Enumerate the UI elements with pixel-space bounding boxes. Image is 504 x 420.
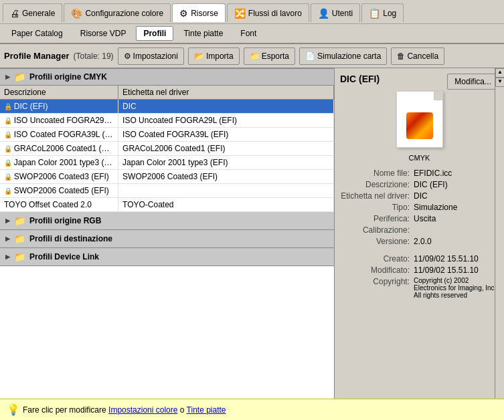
- tab-risorse[interactable]: ⚙ Risorse: [172, 3, 226, 22]
- tab-flussi[interactable]: 🔀 Flussi di lavoro: [227, 3, 309, 22]
- table-row[interactable]: 🔒 DIC (EFI)DIC: [0, 100, 334, 114]
- esporta-button[interactable]: 📁 Esporta: [244, 47, 295, 65]
- dl-arrow-icon: ▶: [5, 253, 10, 260]
- cancella-button[interactable]: 🗑 Cancella: [391, 47, 444, 65]
- page-title: Profile Manager: [4, 51, 70, 61]
- detail-label: Calibrazione:: [340, 225, 414, 235]
- detail-row: Copyright:Copyright (c) 2002 Electronics…: [340, 277, 499, 299]
- subnav-risorse-vdp[interactable]: Risorse VDP: [73, 26, 134, 41]
- section-destinazione-header[interactable]: ▶ 📁 Profili di destinazione: [0, 230, 334, 248]
- detail-label: Copyright:: [340, 277, 414, 286]
- profile-count: (Totale: 19): [74, 51, 114, 61]
- detail-value: DIC (EFI): [414, 180, 448, 189]
- cancella-icon: 🗑: [397, 51, 405, 61]
- configurazione-icon: 🎨: [71, 8, 82, 19]
- section-dl-label: Profili Device Link: [29, 252, 99, 261]
- detail-row: Nome file:EFIDIC.icc: [340, 169, 499, 178]
- tab-risorse-label: Risorse: [191, 9, 218, 18]
- profile-page: [396, 91, 443, 148]
- section-cmyk-header[interactable]: ▶ 📁 Profili origine CMYK: [0, 68, 334, 86]
- simulazione-button[interactable]: 📄 Simulazione carta: [299, 47, 387, 65]
- section-devicelink-header[interactable]: ▶ 📁 Profili Device Link: [0, 248, 334, 266]
- tab-generale-label: Generale: [22, 9, 55, 18]
- profile-type-label: CMYK: [409, 154, 430, 162]
- row-desc: 🔒 GRACoL2006 Coated1 (EFI): [0, 142, 118, 156]
- section-rgb-label: Profili origine RGB: [29, 216, 101, 225]
- detail-row: Etichetta nel driver:DIC: [340, 191, 499, 201]
- table-row[interactable]: 🔒 SWOP2006 Coated5 (EFI): [0, 184, 334, 198]
- row-driver: TOYO-Coated: [118, 198, 334, 212]
- subnav-font[interactable]: Font: [233, 26, 264, 41]
- tab-utenti[interactable]: 👤 Utenti: [311, 3, 360, 22]
- table-row[interactable]: 🔒 GRACoL2006 Coated1 (EFI)GRACoL2006 Coa…: [0, 142, 334, 156]
- section-dest-label: Profili di destinazione: [29, 234, 112, 243]
- table-row[interactable]: 🔒 ISO Uncoated FOGRA29L (…ISO Uncoated F…: [0, 114, 334, 128]
- tab-generale[interactable]: 🖨 Generale: [3, 3, 62, 22]
- col-descrizione-header: Descrizione: [0, 86, 118, 100]
- lock-icon: 🔒: [4, 145, 14, 152]
- detail-row: Creato:11/09/02 15.51.10: [340, 254, 499, 264]
- importa-icon: 📂: [194, 51, 204, 61]
- detail-value: Simulazione: [414, 203, 457, 212]
- tinte-piatte-link[interactable]: Tinte piatte: [187, 405, 226, 415]
- lock-icon: 🔒: [4, 159, 14, 167]
- generale-icon: 🖨: [10, 8, 19, 19]
- table-row[interactable]: 🔒 SWOP2006 Coated3 (EFI)SWOP2006 Coated3…: [0, 170, 334, 184]
- row-driver: [118, 184, 334, 198]
- detail-value: Copyright (c) 2002 Electronics for Imagi…: [414, 277, 499, 299]
- profile-gradient: [406, 112, 433, 139]
- detail-row: Modificato:11/09/02 15.51.10: [340, 266, 499, 275]
- detail-label: Periferica:: [340, 214, 414, 223]
- lock-icon: 🔒: [4, 173, 14, 181]
- table-row[interactable]: TOYO Offset Coated 2.0TOYO-Coated: [0, 198, 334, 212]
- cmyk-arrow-icon: ▶: [5, 74, 10, 80]
- lock-icon: 🔒: [4, 117, 14, 124]
- detail-row: Tipo:Simulazione: [340, 203, 499, 212]
- row-desc: 🔒 Japan Color 2001 type3 (EFI): [0, 156, 118, 170]
- impostazioni-icon: ⚙: [124, 51, 131, 61]
- detail-value: Uscita: [414, 214, 436, 223]
- lock-icon: 🔒: [4, 103, 14, 110]
- detail-row: Descrizione:DIC (EFI): [340, 180, 499, 189]
- log-icon: 📋: [369, 8, 380, 19]
- bottom-bar: 💡 Fare clic per modificare Impostazioni …: [0, 399, 504, 420]
- scroll-up-button[interactable]: ▲: [495, 68, 504, 78]
- cmyk-profile-table: Descrizione Etichetta nel driver 🔒 DIC (…: [0, 86, 334, 212]
- bulb-icon: 💡: [7, 403, 20, 416]
- modify-button[interactable]: Modifica...: [447, 74, 499, 90]
- col-driver-header: Etichetta nel driver: [118, 86, 334, 100]
- detail-label: Creato:: [340, 254, 414, 264]
- row-driver: GRACoL2006 Coated1 (EFI): [118, 142, 334, 156]
- tab-configurazione[interactable]: 🎨 Configurazione colore: [64, 3, 171, 22]
- row-desc: TOYO Offset Coated 2.0: [0, 198, 118, 212]
- importa-button[interactable]: 📂 Importa: [188, 47, 240, 65]
- row-desc: 🔒 DIC (EFI): [0, 100, 118, 114]
- impostazioni-colore-link[interactable]: Impostazioni colore: [108, 405, 177, 415]
- table-row[interactable]: 🔒 ISO Coated FOGRA39L (EFI)ISO Coated FO…: [0, 128, 334, 142]
- detail-rows: Nome file:EFIDIC.iccDescrizione:DIC (EFI…: [340, 169, 499, 299]
- tab-log-label: Log: [383, 9, 396, 18]
- tab-log[interactable]: 📋 Log: [361, 3, 404, 22]
- subnav-paper-catalog[interactable]: Paper Catalog: [4, 26, 70, 41]
- scroll-down-button[interactable]: ▼: [495, 78, 504, 87]
- detail-value: 11/09/02 15.51.10: [414, 254, 479, 264]
- section-rgb-header[interactable]: ▶ 📁 Profili origine RGB: [0, 212, 334, 230]
- rgb-arrow-icon: ▶: [5, 217, 10, 224]
- esporta-icon: 📁: [250, 51, 260, 61]
- right-scrollbar[interactable]: ▲ ▼: [495, 68, 504, 399]
- row-desc: 🔒 SWOP2006 Coated5 (EFI): [0, 184, 118, 198]
- lock-icon: 🔒: [4, 187, 14, 195]
- profile-icon: [393, 91, 446, 151]
- tab-configurazione-label: Configurazione colore: [85, 9, 163, 18]
- right-panel: DIC (EFI) Modifica... CMYK Nome file:EFI…: [335, 68, 504, 399]
- subnav-tinte-piatte[interactable]: Tinte piatte: [176, 26, 230, 41]
- impostazioni-button[interactable]: ⚙ Impostazioni: [118, 47, 184, 65]
- row-driver: Japan Color 2001 type3 (EFI): [118, 156, 334, 170]
- table-row[interactable]: 🔒 Japan Color 2001 type3 (EFI)Japan Colo…: [0, 156, 334, 170]
- detail-value: EFIDIC.icc: [414, 169, 452, 178]
- subnav-profili[interactable]: Profili: [136, 26, 173, 41]
- risorse-icon: ⚙: [179, 8, 188, 19]
- lock-icon: 🔒: [4, 131, 14, 138]
- dl-folder-icon: 📁: [14, 251, 25, 262]
- tab-flussi-label: Flussi di lavoro: [248, 9, 302, 18]
